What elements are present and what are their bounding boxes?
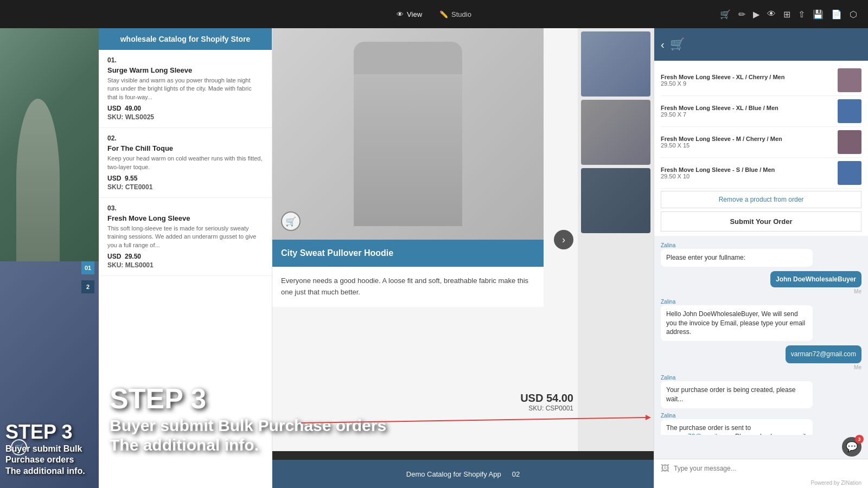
product-price-value: USD 54.00 bbox=[520, 392, 573, 404]
next-button[interactable]: › bbox=[554, 230, 573, 249]
item-3-title: Fresh Move Long Sleeve bbox=[107, 214, 263, 222]
order-item-1-thumb bbox=[838, 68, 861, 92]
product-cart-button[interactable]: 🛒 bbox=[281, 211, 301, 231]
chat-message-input[interactable] bbox=[674, 465, 861, 472]
item-3-price-label: USD bbox=[107, 253, 121, 260]
box-toolbar-icon[interactable]: ⬡ bbox=[850, 9, 857, 20]
chat-header: ‹ 🛒 bbox=[654, 28, 868, 61]
catalog-side-panel: 01 2 🛒 STEP 3 Buyer submit Bulk Purchase… bbox=[0, 28, 99, 488]
order-item-4: Fresh Move Long Sleeve - S / Blue / Men … bbox=[661, 158, 861, 189]
eye-icon: 👁 bbox=[397, 10, 404, 18]
catalog-item-3: 03. Fresh Move Long Sleeve This soft lon… bbox=[99, 198, 272, 276]
item-2-title: For The Chill Toque bbox=[107, 144, 263, 152]
step3-title: STEP 3 bbox=[5, 421, 93, 444]
powered-by: Powered by ZINation bbox=[654, 478, 868, 488]
order-item-1-qty: 29.50 X 9 bbox=[661, 80, 833, 87]
notification-badge: 3 bbox=[855, 435, 864, 444]
item-2-price-label: USD bbox=[107, 175, 121, 182]
product-title: City Sweat Pullover Hoodie bbox=[281, 248, 393, 258]
submit-order-button[interactable]: Submit Your Order bbox=[661, 211, 861, 232]
order-item-2: Fresh Move Long Sleeve - XL / Blue / Men… bbox=[661, 96, 861, 127]
email-link: varman72@gmail.com bbox=[666, 433, 731, 435]
step3-subtitle-line2: The additional info. bbox=[5, 466, 93, 477]
step3-overlay: STEP 3 Buyer submit Bulk Purchase orders… bbox=[0, 271, 99, 488]
toolbar: 👁 View ✏️ Studio 🛒 ✏ ▶ 👁 ⊞ ⇧ 💾 📄 ⬡ bbox=[0, 0, 868, 28]
item-2-sku-val: CTE0001 bbox=[125, 183, 153, 191]
grid-toolbar-icon[interactable]: ⊞ bbox=[783, 9, 790, 20]
item-1-sku: SKU: WLS0025 bbox=[107, 113, 263, 121]
item-2-sku: SKU: CTE0001 bbox=[107, 183, 263, 191]
order-item-2-thumb bbox=[838, 99, 861, 123]
chat-time-2: Me bbox=[854, 364, 861, 370]
item-1-price-label: USD bbox=[107, 105, 121, 112]
item-1-price: USD 49.00 bbox=[107, 105, 263, 112]
pencil-icon: ✏️ bbox=[439, 10, 448, 18]
thumb-3[interactable] bbox=[581, 168, 650, 233]
save-toolbar-icon[interactable]: 💾 bbox=[813, 9, 824, 20]
chat-time-1: Me bbox=[854, 288, 861, 294]
chat-msg-sender-3: Zalina Your purchase order is being crea… bbox=[661, 375, 861, 408]
catalog-item-1: 01. Surge Warm Long Sleeve Stay visible … bbox=[99, 50, 272, 128]
order-item-4-thumb bbox=[838, 161, 861, 185]
bottom-bar: Demo Catalog for Shopify App 02 bbox=[272, 460, 654, 488]
chat-bubble-6: The purchase order is sent to varman72@g… bbox=[661, 419, 813, 435]
edit-toolbar-icon[interactable]: ✏ bbox=[738, 9, 745, 20]
chat-avatar-wrapper: 💬 3 bbox=[842, 437, 861, 457]
chat-bubble-2: John DoeWholesaleBuyer bbox=[770, 271, 861, 287]
studio-tab[interactable]: ✏️ Studio bbox=[431, 6, 480, 23]
item-2-desc: Keep your head warm on cold weather runs… bbox=[107, 155, 263, 171]
order-item-4-name: Fresh Move Long Sleeve - S / Blue / Men bbox=[661, 166, 833, 173]
item-3-sku-val: MLS0001 bbox=[125, 261, 154, 269]
chat-back-button[interactable]: ‹ bbox=[661, 38, 665, 51]
play-toolbar-icon[interactable]: ▶ bbox=[753, 9, 760, 20]
chat-avatar-row: 💬 3 bbox=[654, 435, 868, 459]
order-item-4-qty: 29.50 X 10 bbox=[661, 173, 833, 179]
chat-msg-me-2: varman72@gmail.com Me bbox=[661, 345, 861, 370]
order-item-1: Fresh Move Long Sleeve - XL / Cherry / M… bbox=[661, 65, 861, 96]
item-2-price-val: 9.55 bbox=[125, 175, 137, 182]
eye-toolbar-icon[interactable]: 👁 bbox=[767, 9, 776, 19]
order-item-3-name: Fresh Move Long Sleeve - M / Cherry / Me… bbox=[661, 136, 833, 142]
remove-product-button[interactable]: Remove a product from order bbox=[661, 191, 861, 208]
chat-image-icon[interactable]: 🖼 bbox=[661, 464, 669, 473]
item-1-num: 01. bbox=[107, 56, 263, 64]
chat-msg-sender-2: Zalina Hello John DoeWholesaleBuyer, We … bbox=[661, 299, 861, 341]
person-top-image bbox=[0, 28, 99, 261]
item-1-price-val: 49.00 bbox=[125, 105, 141, 112]
order-list: Fresh Move Long Sleeve - XL / Cherry / M… bbox=[654, 61, 868, 236]
product-thumbnails bbox=[578, 28, 654, 451]
share-toolbar-icon[interactable]: ⇧ bbox=[798, 9, 805, 20]
item-3-sku: SKU: MLS0001 bbox=[107, 261, 263, 269]
bottom-bar-page: 02 bbox=[512, 470, 520, 478]
thumb-1[interactable] bbox=[581, 31, 650, 97]
cart-toolbar-icon[interactable]: 🛒 bbox=[720, 9, 731, 20]
export-toolbar-icon[interactable]: 📄 bbox=[831, 9, 842, 20]
chat-msg-sender-1: Zalina Please enter your fullname: bbox=[661, 242, 861, 267]
chat-msg-sender-4: Zalina The purchase order is sent to var… bbox=[661, 413, 861, 435]
item-1-sku-val: WLS0025 bbox=[125, 113, 154, 121]
bottom-bar-text: Demo Catalog for Shopify App bbox=[406, 470, 501, 478]
product-description: Everyone needs a good hoodie. A loose fi… bbox=[272, 267, 544, 307]
order-item-3-qty: 29.50 X 15 bbox=[661, 142, 833, 149]
center-panel: wholesale Catalog for Shopify Store 01. … bbox=[99, 28, 654, 488]
chat-bubble-1: Please enter your fullname: bbox=[661, 249, 813, 267]
item-2-sku-label: SKU: bbox=[107, 183, 123, 191]
catalog-list: wholesale Catalog for Shopify Store 01. … bbox=[99, 28, 272, 488]
main-area: 01 2 🛒 STEP 3 Buyer submit Bulk Purchase… bbox=[0, 28, 868, 488]
view-tab[interactable]: 👁 View bbox=[388, 6, 431, 23]
item-3-sku-label: SKU: bbox=[107, 261, 123, 269]
catalog-header: wholesale Catalog for Shopify Store bbox=[99, 28, 272, 50]
order-item-3: Fresh Move Long Sleeve - M / Cherry / Me… bbox=[661, 127, 861, 158]
chat-bubble-5: Your purchase order is being created, pl… bbox=[661, 381, 813, 408]
product-price: USD 54.00 SKU: CSP0001 bbox=[520, 392, 573, 412]
chat-input-area: 🖼 bbox=[654, 459, 868, 478]
item-1-title: Surge Warm Long Sleeve bbox=[107, 66, 263, 74]
item-3-price-val: 29.50 bbox=[125, 253, 141, 260]
product-main-image: 🛒 bbox=[272, 28, 544, 240]
chat-bubble-3: Hello John DoeWholesaleBuyer, We will se… bbox=[661, 305, 813, 341]
order-item-2-name: Fresh Move Long Sleeve - XL / Blue / Men bbox=[661, 105, 833, 111]
step3-subtitle-line1: Buyer submit Bulk Purchase orders bbox=[5, 444, 93, 466]
item-2-num: 02. bbox=[107, 134, 263, 142]
item-1-sku-label: SKU: bbox=[107, 113, 123, 121]
thumb-2[interactable] bbox=[581, 100, 650, 165]
